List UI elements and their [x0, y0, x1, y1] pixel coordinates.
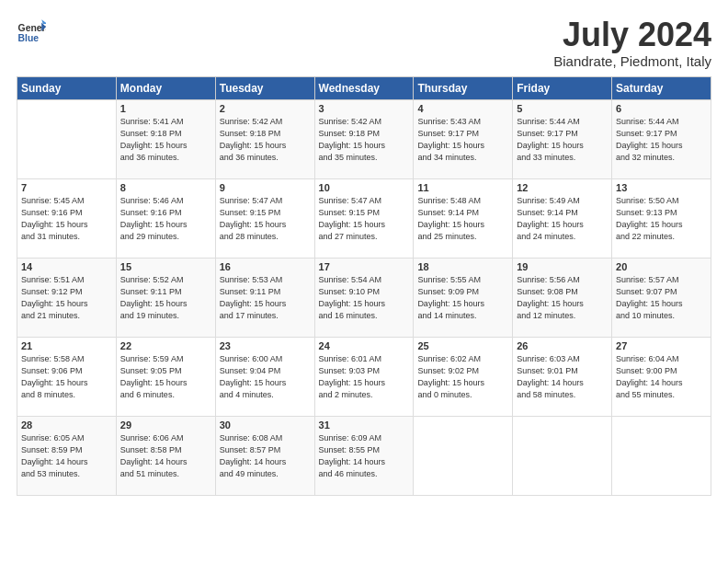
header-day-friday: Friday — [513, 76, 612, 99]
day-cell: 9Sunrise: 5:47 AM Sunset: 9:15 PM Daylig… — [215, 178, 314, 258]
week-row-1: 1Sunrise: 5:41 AM Sunset: 9:18 PM Daylig… — [17, 99, 711, 178]
day-number: 26 — [517, 340, 608, 351]
day-info: Sunrise: 6:09 AM Sunset: 8:55 PM Dayligh… — [319, 432, 410, 480]
day-cell: 3Sunrise: 5:42 AM Sunset: 9:18 PM Daylig… — [314, 99, 414, 178]
main-container: General Blue July 2024 Biandrate, Piedmo… — [0, 0, 728, 505]
day-number: 28 — [21, 419, 112, 431]
day-number: 3 — [319, 103, 410, 114]
day-info: Sunrise: 6:01 AM Sunset: 9:03 PM Dayligh… — [319, 353, 410, 401]
day-number: 15 — [120, 261, 211, 272]
day-cell: 24Sunrise: 6:01 AM Sunset: 9:03 PM Dayli… — [314, 337, 414, 416]
day-number: 13 — [616, 182, 707, 193]
day-number: 2 — [220, 103, 311, 114]
day-cell: 26Sunrise: 6:03 AM Sunset: 9:01 PM Dayli… — [513, 337, 612, 416]
day-number: 29 — [120, 419, 211, 431]
day-number: 19 — [517, 261, 608, 272]
day-info: Sunrise: 5:55 AM Sunset: 9:09 PM Dayligh… — [417, 274, 508, 322]
location-title: Biandrate, Piedmont, Italy — [553, 53, 711, 69]
day-cell: 15Sunrise: 5:52 AM Sunset: 9:11 PM Dayli… — [116, 258, 215, 337]
day-info: Sunrise: 5:44 AM Sunset: 9:17 PM Dayligh… — [616, 116, 707, 164]
day-cell: 4Sunrise: 5:43 AM Sunset: 9:17 PM Daylig… — [414, 99, 513, 178]
day-info: Sunrise: 5:47 AM Sunset: 9:15 PM Dayligh… — [319, 195, 410, 243]
day-cell: 16Sunrise: 5:53 AM Sunset: 9:11 PM Dayli… — [215, 258, 314, 337]
day-info: Sunrise: 5:54 AM Sunset: 9:10 PM Dayligh… — [319, 274, 410, 322]
day-number: 25 — [417, 340, 508, 351]
day-number: 27 — [616, 340, 707, 351]
header: General Blue July 2024 Biandrate, Piedmo… — [17, 17, 711, 69]
day-cell: 18Sunrise: 5:55 AM Sunset: 9:09 PM Dayli… — [414, 258, 513, 337]
logo-icon: General Blue — [17, 17, 46, 46]
day-number: 14 — [21, 261, 112, 272]
day-cell: 11Sunrise: 5:48 AM Sunset: 9:14 PM Dayli… — [414, 178, 513, 258]
day-cell: 19Sunrise: 5:56 AM Sunset: 9:08 PM Dayli… — [513, 258, 612, 337]
day-number: 20 — [616, 261, 707, 272]
header-day-thursday: Thursday — [414, 76, 513, 99]
day-cell — [612, 416, 711, 495]
day-info: Sunrise: 6:04 AM Sunset: 9:00 PM Dayligh… — [616, 353, 707, 401]
day-number: 7 — [21, 182, 112, 193]
header-day-sunday: Sunday — [17, 76, 117, 99]
day-info: Sunrise: 6:03 AM Sunset: 9:01 PM Dayligh… — [517, 353, 608, 401]
day-cell: 21Sunrise: 5:58 AM Sunset: 9:06 PM Dayli… — [17, 337, 117, 416]
day-number: 8 — [120, 182, 211, 193]
day-cell: 23Sunrise: 6:00 AM Sunset: 9:04 PM Dayli… — [215, 337, 314, 416]
day-info: Sunrise: 5:46 AM Sunset: 9:16 PM Dayligh… — [120, 195, 211, 243]
day-info: Sunrise: 5:44 AM Sunset: 9:17 PM Dayligh… — [517, 116, 608, 164]
day-cell: 1Sunrise: 5:41 AM Sunset: 9:18 PM Daylig… — [116, 99, 215, 178]
day-info: Sunrise: 5:48 AM Sunset: 9:14 PM Dayligh… — [417, 195, 508, 243]
day-number: 10 — [319, 182, 410, 193]
day-number: 30 — [220, 419, 311, 431]
day-number: 24 — [319, 340, 410, 351]
svg-text:Blue: Blue — [18, 33, 40, 43]
day-cell: 28Sunrise: 6:05 AM Sunset: 8:59 PM Dayli… — [17, 416, 117, 495]
day-cell: 6Sunrise: 5:44 AM Sunset: 9:17 PM Daylig… — [612, 99, 711, 178]
day-cell: 8Sunrise: 5:46 AM Sunset: 9:16 PM Daylig… — [116, 178, 215, 258]
day-info: Sunrise: 5:56 AM Sunset: 9:08 PM Dayligh… — [517, 274, 608, 322]
day-cell: 12Sunrise: 5:49 AM Sunset: 9:14 PM Dayli… — [513, 178, 612, 258]
day-info: Sunrise: 6:02 AM Sunset: 9:02 PM Dayligh… — [417, 353, 508, 401]
day-info: Sunrise: 5:58 AM Sunset: 9:06 PM Dayligh… — [21, 353, 112, 401]
day-cell: 7Sunrise: 5:45 AM Sunset: 9:16 PM Daylig… — [17, 178, 117, 258]
title-block: July 2024 Biandrate, Piedmont, Italy — [553, 17, 711, 69]
day-info: Sunrise: 6:08 AM Sunset: 8:57 PM Dayligh… — [220, 432, 311, 480]
day-info: Sunrise: 5:57 AM Sunset: 9:07 PM Dayligh… — [616, 274, 707, 322]
month-title: July 2024 — [553, 17, 711, 53]
day-cell: 14Sunrise: 5:51 AM Sunset: 9:12 PM Dayli… — [17, 258, 117, 337]
day-cell: 17Sunrise: 5:54 AM Sunset: 9:10 PM Dayli… — [314, 258, 414, 337]
day-number: 12 — [517, 182, 608, 193]
day-cell: 10Sunrise: 5:47 AM Sunset: 9:15 PM Dayli… — [314, 178, 414, 258]
day-number: 23 — [220, 340, 311, 351]
logo: General Blue — [17, 17, 46, 46]
week-row-5: 28Sunrise: 6:05 AM Sunset: 8:59 PM Dayli… — [17, 416, 711, 495]
day-info: Sunrise: 5:51 AM Sunset: 9:12 PM Dayligh… — [21, 274, 112, 322]
day-info: Sunrise: 5:41 AM Sunset: 9:18 PM Dayligh… — [120, 116, 211, 164]
week-row-3: 14Sunrise: 5:51 AM Sunset: 9:12 PM Dayli… — [17, 258, 711, 337]
day-info: Sunrise: 5:52 AM Sunset: 9:11 PM Dayligh… — [120, 274, 211, 322]
header-day-saturday: Saturday — [612, 76, 711, 99]
day-cell — [17, 99, 117, 178]
day-number: 11 — [417, 182, 508, 193]
day-cell: 2Sunrise: 5:42 AM Sunset: 9:18 PM Daylig… — [215, 99, 314, 178]
day-info: Sunrise: 5:42 AM Sunset: 9:18 PM Dayligh… — [319, 116, 410, 164]
day-number: 5 — [517, 103, 608, 114]
day-info: Sunrise: 5:50 AM Sunset: 9:13 PM Dayligh… — [616, 195, 707, 243]
day-cell: 22Sunrise: 5:59 AM Sunset: 9:05 PM Dayli… — [116, 337, 215, 416]
day-cell: 30Sunrise: 6:08 AM Sunset: 8:57 PM Dayli… — [215, 416, 314, 495]
day-number: 17 — [319, 261, 410, 272]
day-cell — [414, 416, 513, 495]
day-cell: 31Sunrise: 6:09 AM Sunset: 8:55 PM Dayli… — [314, 416, 414, 495]
day-number: 6 — [616, 103, 707, 114]
day-number: 4 — [417, 103, 508, 114]
header-day-monday: Monday — [116, 76, 215, 99]
day-cell — [513, 416, 612, 495]
day-info: Sunrise: 6:00 AM Sunset: 9:04 PM Dayligh… — [220, 353, 311, 401]
day-info: Sunrise: 5:53 AM Sunset: 9:11 PM Dayligh… — [220, 274, 311, 322]
day-number: 21 — [21, 340, 112, 351]
day-info: Sunrise: 5:45 AM Sunset: 9:16 PM Dayligh… — [21, 195, 112, 243]
day-cell: 29Sunrise: 6:06 AM Sunset: 8:58 PM Dayli… — [116, 416, 215, 495]
day-info: Sunrise: 6:06 AM Sunset: 8:58 PM Dayligh… — [120, 432, 211, 480]
day-cell: 25Sunrise: 6:02 AM Sunset: 9:02 PM Dayli… — [414, 337, 513, 416]
day-cell: 20Sunrise: 5:57 AM Sunset: 9:07 PM Dayli… — [612, 258, 711, 337]
week-row-2: 7Sunrise: 5:45 AM Sunset: 9:16 PM Daylig… — [17, 178, 711, 258]
calendar-table: SundayMondayTuesdayWednesdayThursdayFrid… — [17, 76, 711, 496]
